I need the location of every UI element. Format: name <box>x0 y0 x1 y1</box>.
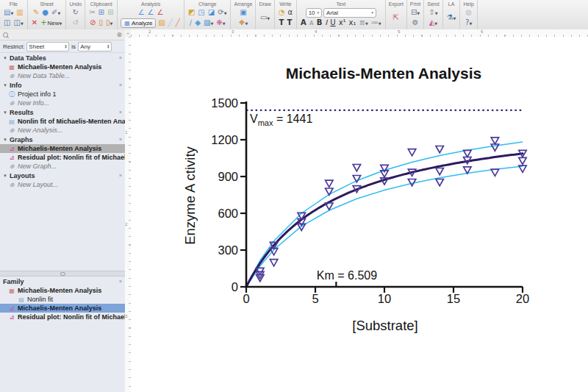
apply-analysis-icon[interactable]: ▧ <box>157 18 165 27</box>
list-item[interactable]: ⊿Michaelis-Menten Analysis <box>0 304 125 313</box>
section-chevron-icon[interactable]: » <box>119 110 122 115</box>
disclosure-triangle-icon[interactable]: ▼ <box>3 56 7 60</box>
labarchives-icon[interactable]: ⚗▼ <box>446 13 457 23</box>
delete-icon[interactable]: ⊘ <box>89 18 96 27</box>
section-chevron-icon[interactable]: » <box>119 55 122 60</box>
section-header-graphs[interactable]: ▼Graphs» <box>0 135 125 144</box>
text-box-icon[interactable]: T <box>286 18 293 27</box>
font-size-select[interactable]: 10▾ <box>306 8 322 18</box>
subscript-icon[interactable]: x₁ <box>348 18 357 27</box>
linear-fit-icon[interactable]: ∠ <box>137 8 146 17</box>
prism-window: File▤▼▥◫◫▼Sheet✎●✐▼✕+New▼Undo↻↺Clipboard… <box>0 0 588 392</box>
font-family-select[interactable]: Arial▾ <box>323 8 376 18</box>
list-item[interactable]: ▤Nonlin fit <box>0 295 125 304</box>
italic-icon[interactable]: I <box>324 18 328 27</box>
new-item-icon: ⊕ <box>8 127 15 134</box>
section-header-layouts[interactable]: ▼Layouts» <box>0 171 125 180</box>
new-sheet-button[interactable]: +New▼ <box>40 18 62 28</box>
disclosure-triangle-icon[interactable]: ▼ <box>3 83 7 88</box>
new-item[interactable]: ⊕New Layout... <box>0 180 125 189</box>
item-label: Michaelis-Menten Analysis <box>18 287 101 294</box>
search-input[interactable] <box>11 30 113 39</box>
new-item[interactable]: ⊕New Analysis... <box>0 126 125 135</box>
section-chevron-icon[interactable]: » <box>119 173 122 178</box>
section-chevron-icon[interactable]: » <box>119 137 122 142</box>
toolbar-group-label: Change <box>198 1 217 7</box>
list-item[interactable]: ⊿Residual plot: Nonlin fit of Michaelis-… <box>0 153 125 162</box>
change-data-icon[interactable]: ◩ <box>187 8 196 17</box>
share-icon[interactable]: ⇧▼ <box>428 8 438 18</box>
group-objects-icon[interactable]: ❖▼ <box>238 18 249 28</box>
nonlinear-fit-icon[interactable]: ∠ <box>147 8 155 17</box>
analyze-button[interactable]: ▦Analyze <box>121 18 156 28</box>
cut-icon[interactable]: ✂ <box>88 8 96 17</box>
pencil-orange-icon[interactable]: ╱ <box>175 18 181 27</box>
fill-color-icon[interactable]: ◆ <box>194 18 201 27</box>
annotate-sheet-icon[interactable]: ✐▼ <box>51 8 61 18</box>
copy-icon[interactable]: ⊞ <box>98 8 105 17</box>
family-chevron-icon[interactable]: » <box>119 279 122 284</box>
draw-shape-icon[interactable]: ▭▼ <box>259 13 270 23</box>
x-tick-label: 10 <box>378 292 391 305</box>
list-item[interactable]: ⊿Residual plot: Nonlin fit of Michaelis-… <box>0 313 125 321</box>
section-header-info[interactable]: ▼Info» <box>0 80 125 90</box>
grow-font-icon[interactable]: A <box>300 18 307 27</box>
copy-special-icon[interactable]: ⊞ <box>107 8 114 17</box>
panel-splitter[interactable] <box>0 271 125 277</box>
list-item[interactable]: ▦Michaelis-Menten Analysis <box>0 286 125 295</box>
bold-icon[interactable]: B <box>316 18 323 27</box>
list-item[interactable]: ⊿Michaelis-Menten Analysis <box>0 144 125 153</box>
save-as-icon[interactable]: ◫▼ <box>12 18 24 28</box>
underline-icon[interactable]: U <box>329 18 336 27</box>
magnify-graph-icon[interactable]: ◪ <box>207 8 215 17</box>
superscript-icon[interactable]: x¹ <box>338 18 347 27</box>
new-item[interactable]: ⊕New Graph... <box>0 162 125 171</box>
redo-icon[interactable]: ↻ <box>72 8 79 17</box>
rotate-icon[interactable]: ⟳▼ <box>217 8 227 18</box>
shrink-font-icon[interactable]: ᴀ <box>309 18 315 27</box>
section-header-results[interactable]: ▼Results» <box>0 107 125 117</box>
stats-analysis-icon[interactable]: ∠ <box>157 8 165 17</box>
export-icon[interactable]: ⇱ <box>392 13 400 22</box>
open-project-icon[interactable]: ▥ <box>15 8 24 17</box>
restrict-sheet-select[interactable]: Sheet▲▼ <box>26 42 69 51</box>
new-item[interactable]: ⊕New Data Table... <box>0 71 125 80</box>
clear-search-icon[interactable]: ⊗ <box>116 32 122 38</box>
disclosure-triangle-icon[interactable]: ▼ <box>3 174 7 178</box>
list-item[interactable]: ▦Michaelis-Menten Analysis <box>0 63 125 71</box>
undo-icon[interactable]: ↺ <box>72 18 79 27</box>
paste-icon[interactable]: ▯ <box>98 18 104 27</box>
paste-special-icon[interactable]: ▯▼ <box>105 18 113 28</box>
align-text-icon[interactable]: ≣▼ <box>359 18 369 28</box>
new-item[interactable]: ⊕New Info... <box>0 99 125 107</box>
change-graph-type-icon[interactable]: ◳ <box>197 8 205 17</box>
help-icon[interactable]: ?▼ <box>465 18 473 28</box>
text-tool-icon[interactable]: T <box>279 18 285 27</box>
save-icon[interactable]: ◫ <box>3 18 11 27</box>
list-item[interactable]: ⓘProject info 1 <box>0 90 125 99</box>
disclosure-triangle-icon[interactable]: ▼ <box>3 138 7 142</box>
page-canvas[interactable]: 03006009001200150005101520Michaelis-Ment… <box>131 37 588 392</box>
print-icon[interactable]: ⊟▼ <box>410 8 420 18</box>
delete-sheet-icon[interactable]: ✕ <box>31 18 38 27</box>
graph-svg[interactable]: 03006009001200150005101520Michaelis-Ment… <box>131 37 588 392</box>
new-project-icon[interactable]: ▤▼ <box>3 8 14 18</box>
section-header-data-tables[interactable]: ▼Data Tables» <box>0 53 125 63</box>
prism-tips-icon[interactable]: ◍ <box>465 8 473 17</box>
restrict-any-select[interactable]: Any▲▼ <box>78 42 112 51</box>
send-graph-icon[interactable]: ◭▼ <box>429 18 439 28</box>
greek-letter-icon[interactable]: α <box>287 8 293 17</box>
highlight-sheet-icon[interactable]: ● <box>41 8 49 17</box>
line-spacing-icon[interactable]: ≔▼ <box>370 18 382 28</box>
arrange-objects-icon[interactable]: ▣ <box>239 8 247 17</box>
disclosure-triangle-icon[interactable]: ▼ <box>3 110 7 115</box>
list-item[interactable]: ▤Nonlin fit of Michaelis-Menten Analysis <box>0 117 125 126</box>
pencil-gray-icon[interactable]: ╱ <box>168 18 173 27</box>
text-color-icon[interactable]: ◔ <box>278 8 286 17</box>
section-chevron-icon[interactable]: » <box>119 82 122 88</box>
color-scheme-icon[interactable]: ❋▼ <box>215 18 226 28</box>
format-tool-icon[interactable]: ∕ <box>189 18 193 27</box>
graph-format-icon[interactable]: ▨▼ <box>203 18 214 28</box>
page-setup-icon[interactable]: ⚙ <box>412 18 420 27</box>
rename-sheet-icon[interactable]: ✎ <box>32 8 40 17</box>
